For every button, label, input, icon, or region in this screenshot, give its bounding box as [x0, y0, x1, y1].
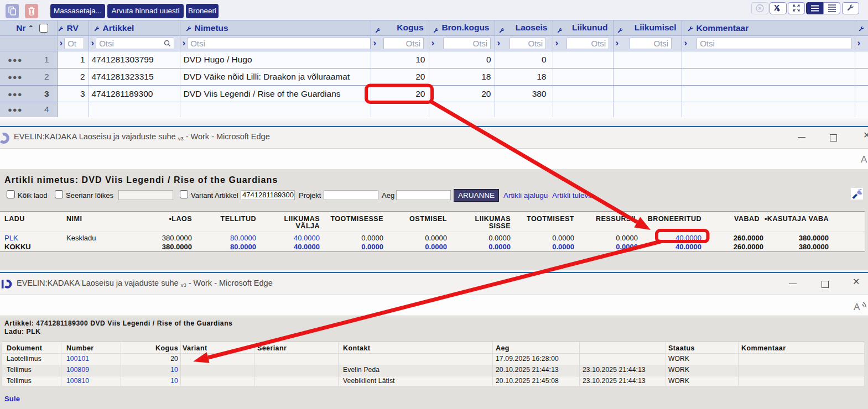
svg-text:A: A	[854, 302, 860, 312]
